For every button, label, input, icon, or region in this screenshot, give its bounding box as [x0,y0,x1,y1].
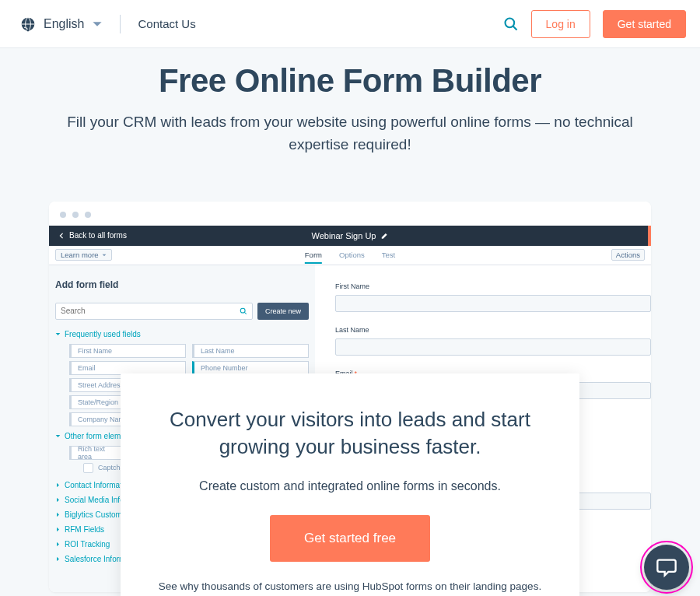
hero: Free Online Form Builder Fill your CRM w… [0,48,700,156]
svg-line-5 [513,26,516,30]
search-row: Create new [55,303,309,320]
create-new-button[interactable]: Create new [257,303,309,320]
category-label: Frequently used fields [65,330,141,338]
window-controls [49,202,651,226]
get-started-free-button[interactable]: Get started free [270,515,430,562]
form-title-text: Webinar Sign Up [312,231,376,240]
tab-options[interactable]: Options [339,251,365,259]
get-started-button[interactable]: Get started [603,10,686,38]
captcha-checkbox[interactable] [83,463,93,473]
cta-overlay: Convert your visitors into leads and sta… [121,373,579,596]
category-label: Biglytics Custom [65,510,122,519]
category-frequently-used[interactable]: Frequently used fields [55,328,309,341]
actions-button[interactable]: Actions [611,249,645,261]
chat-launcher[interactable] [644,545,689,590]
search-icon [240,307,247,315]
chevron-right-icon [55,556,61,562]
chevron-down-icon [55,433,61,439]
overlay-subtitle: Create custom and integrated online form… [152,479,548,493]
tab-test[interactable]: Test [382,251,395,259]
category-label: RFM Fields [65,525,104,534]
search-input[interactable] [61,307,235,315]
back-label: Back to all forms [69,231,127,240]
category-label: ROI Tracking [65,540,110,549]
tab-form[interactable]: Form [305,251,322,264]
hero-subtitle: Fill your CRM with leads from your websi… [47,110,653,156]
svg-rect-3 [26,29,29,31]
login-button[interactable]: Log in [531,10,590,38]
top-nav: English Contact Us Log in Get started [0,0,700,48]
chevron-right-icon [55,482,61,488]
hero-title: Free Online Form Builder [47,62,653,100]
preview-field-last-name: Last Name [335,326,651,356]
editor-tabs: Form Options Test [305,251,395,259]
svg-point-6 [240,308,245,313]
form-title[interactable]: Webinar Sign Up [312,231,389,240]
language-label: English [44,17,84,31]
chat-icon [656,556,677,578]
top-nav-right: Log in Get started [503,10,686,38]
app-header: Back to all forms Webinar Sign Up [49,226,651,246]
field-label: Last Name [335,326,651,334]
edit-icon [380,232,388,240]
preview-input-last-name[interactable] [335,338,651,356]
field-label: First Name [335,282,651,290]
accent-edge [648,226,651,246]
chevron-down-icon [92,19,103,30]
window-dot [72,212,79,218]
learn-more-button[interactable]: Learn more [55,249,112,261]
language-selector[interactable]: English [20,16,103,32]
window-dot [85,212,91,218]
field-tile-last-name[interactable]: Last Name [192,344,309,358]
chevron-right-icon [55,542,61,547]
chevron-down-icon [102,253,107,258]
contact-us-link[interactable]: Contact Us [138,17,195,30]
svg-point-4 [505,18,514,27]
field-tile-rich-text[interactable]: Rich text area [69,446,125,460]
back-to-forms-link[interactable]: Back to all forms [58,231,127,240]
learn-more-label: Learn more [61,251,99,259]
svg-line-7 [244,312,247,314]
search-icon[interactable] [503,16,519,32]
preview-input-first-name[interactable] [335,295,651,312]
globe-icon [20,16,36,32]
field-search-input[interactable] [55,303,253,320]
chevron-down-icon [55,331,61,337]
chevron-right-icon [55,497,61,503]
panel-title: Add form field [55,279,309,290]
top-nav-left: English Contact Us [20,15,196,33]
window-dot [60,212,66,218]
chevron-right-icon [55,512,61,517]
app-toolbar: Learn more Form Options Test Actions [49,246,651,265]
field-tile-first-name[interactable]: First Name [69,344,186,358]
preview-field-first-name: First Name [335,282,651,312]
overlay-title: Convert your visitors into leads and sta… [152,406,548,461]
overlay-footer: See why thousands of customers are using… [152,580,548,592]
chevron-right-icon [55,527,61,532]
divider [120,15,121,33]
